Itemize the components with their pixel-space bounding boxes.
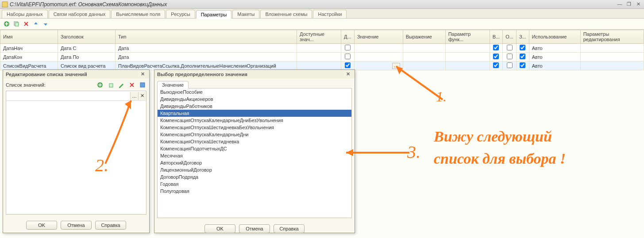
checkbox[interactable]	[520, 45, 525, 50]
annotation-text-1: Вижу следующий	[434, 128, 552, 145]
value-input[interactable]	[6, 92, 130, 100]
maximize-button[interactable]: ❐	[625, 1, 633, 7]
col-avail[interactable]: Доступные знач...	[297, 30, 341, 44]
col-paramfunc[interactable]: Параметр функ...	[445, 30, 490, 44]
list-item[interactable]: ЛицензионныйДоговор	[158, 166, 351, 173]
select-predefined-value-dialog: Выбор предопределенного значения ✕ Значе…	[154, 69, 355, 233]
value-clear-button[interactable]: ✕	[138, 92, 146, 100]
minimize-button[interactable]: —	[616, 1, 624, 7]
tab-6[interactable]: Вложенные схемы	[260, 10, 312, 18]
svg-rect-3	[15, 23, 19, 26]
checkbox[interactable]	[520, 62, 525, 68]
checkbox[interactable]	[493, 62, 499, 68]
value-list-label: Список значений:	[6, 82, 93, 88]
table-row[interactable]: ДатаНачДата СДатаАвто	[0, 44, 644, 53]
svg-rect-6	[140, 83, 145, 87]
col-v[interactable]: В...	[490, 30, 503, 44]
list-item[interactable]: ДивидендыАкционеров	[158, 96, 351, 103]
checkbox[interactable]	[345, 54, 351, 59]
dlg-save-icon[interactable]	[139, 81, 147, 89]
list-item[interactable]: КомпенсацияОтпускаШестидневкаБезУвольнен…	[158, 124, 351, 131]
checkbox[interactable]	[507, 45, 513, 50]
value-ellipsis-button[interactable]: …	[392, 63, 400, 69]
checkbox[interactable]	[520, 54, 525, 59]
tab-3[interactable]: Ресурсы	[166, 10, 195, 18]
dialog1-ok-button[interactable]: OK	[26, 221, 57, 230]
tab-4[interactable]: Параметры	[196, 10, 232, 19]
dlg-add-icon[interactable]	[96, 81, 104, 89]
col-editparams[interactable]: Параметры редактирования	[580, 30, 644, 44]
dialog1-help-button[interactable]: Справка	[95, 221, 126, 230]
col-o[interactable]: О...	[503, 30, 517, 44]
col-value[interactable]: Значение	[354, 30, 403, 44]
list-item[interactable]: АвторскийДоговор	[158, 159, 351, 166]
tab-0[interactable]: Наборы данных	[2, 10, 48, 18]
col-title[interactable]: Заголовок	[58, 30, 116, 44]
checkbox[interactable]	[345, 62, 351, 68]
list-item[interactable]: ВыходноеПособие	[158, 88, 351, 96]
dialog2-close-icon[interactable]: ✕	[344, 71, 352, 77]
dlg-edit-icon[interactable]	[117, 81, 125, 89]
list-item[interactable]: КомпенсацияПодотчетныхДС	[158, 145, 351, 152]
table-row[interactable]: ДатаКонДата ПоДатаАвто	[0, 53, 644, 61]
col-expr[interactable]: Выражение	[403, 30, 445, 44]
list-item[interactable]: ДоговорПодряда	[158, 173, 351, 180]
list-item[interactable]: КомпенсацияОтпускаШестидневка	[158, 138, 351, 145]
titlebar: C:\Vital\EPF\Прототип.erf: ОсновнаяСхема…	[0, 0, 644, 9]
tab-1[interactable]: Связи наборов данных	[49, 10, 111, 18]
dlg-delete-icon[interactable]	[128, 81, 136, 89]
col-type[interactable]: Тип	[116, 30, 297, 44]
list-item[interactable]: Годовая	[158, 180, 351, 188]
annotation-1: 1.	[436, 88, 447, 105]
col-z[interactable]: З...	[516, 30, 529, 44]
dialog1-close-icon[interactable]: ✕	[139, 71, 147, 77]
main-tabs: Наборы данныхСвязи наборов данныхВычисля…	[0, 9, 644, 19]
down-icon[interactable]	[42, 20, 50, 28]
params-grid: Имя Заголовок Тип Доступные знач... Д...…	[0, 30, 644, 70]
close-window-button[interactable]: ✕	[634, 1, 642, 7]
app-icon	[2, 1, 8, 8]
svg-rect-0	[2, 2, 8, 7]
checkbox[interactable]	[345, 45, 351, 50]
checkbox[interactable]	[493, 54, 499, 59]
dialog2-help-button[interactable]: Справка	[274, 224, 305, 233]
add-icon[interactable]	[3, 20, 11, 28]
tab-7[interactable]: Настройки	[313, 10, 347, 18]
toolbar	[0, 19, 644, 30]
list-item[interactable]: КомпенсацияОтпускаКалендарныеДниБезУволь…	[158, 117, 351, 124]
dlg-copy-icon[interactable]	[107, 81, 115, 89]
list-item[interactable]: КомпенсацияОтпускаКалендарныеДни	[158, 131, 351, 138]
list-item[interactable]: Месячная	[158, 152, 351, 159]
window-title: C:\Vital\EPF\Прототип.erf: ОсновнаяСхема…	[10, 1, 616, 8]
copy-icon[interactable]	[12, 20, 20, 28]
list-item[interactable]: ДивидендыРаботников	[158, 103, 351, 110]
list-item[interactable]: Квартальная	[158, 110, 351, 117]
dialog2-tab-value[interactable]: Значение	[157, 81, 189, 88]
checkbox[interactable]	[507, 62, 513, 68]
dialog2-title: Выбор предопределенного значения	[157, 72, 247, 77]
dialog1-title: Редактирование списка значений	[6, 72, 87, 77]
up-icon[interactable]	[32, 20, 40, 28]
checkbox[interactable]	[493, 45, 499, 50]
list-item[interactable]: Полугодовая	[158, 188, 351, 195]
dialog1-cancel-button[interactable]: Отмена	[61, 221, 92, 230]
col-d[interactable]: Д...	[341, 30, 355, 44]
dialog2-cancel-button[interactable]: Отмена	[239, 224, 270, 233]
tab-2[interactable]: Вычисляемые поля	[111, 10, 165, 18]
col-usage[interactable]: Использование	[529, 30, 580, 44]
annotation-text-2: список для выбора !	[434, 150, 566, 167]
delete-icon[interactable]	[22, 20, 30, 28]
col-name[interactable]: Имя	[0, 30, 58, 44]
predefined-values-list[interactable]: ВыходноеПособиеДивидендыАкционеровДивиде…	[157, 88, 352, 218]
dialog2-ok-button[interactable]: OK	[204, 224, 235, 233]
tab-5[interactable]: Макеты	[232, 10, 259, 18]
edit-value-list-dialog: Редактирование списка значений ✕ Список …	[3, 69, 150, 233]
svg-rect-5	[109, 84, 113, 87]
value-ellipsis-button[interactable]: …	[130, 92, 138, 100]
annotation-3: 3.	[407, 142, 420, 162]
checkbox[interactable]	[507, 54, 513, 59]
table-row[interactable]: СписокВидРасчетаСписок вид расчетаПланВи…	[0, 61, 644, 70]
